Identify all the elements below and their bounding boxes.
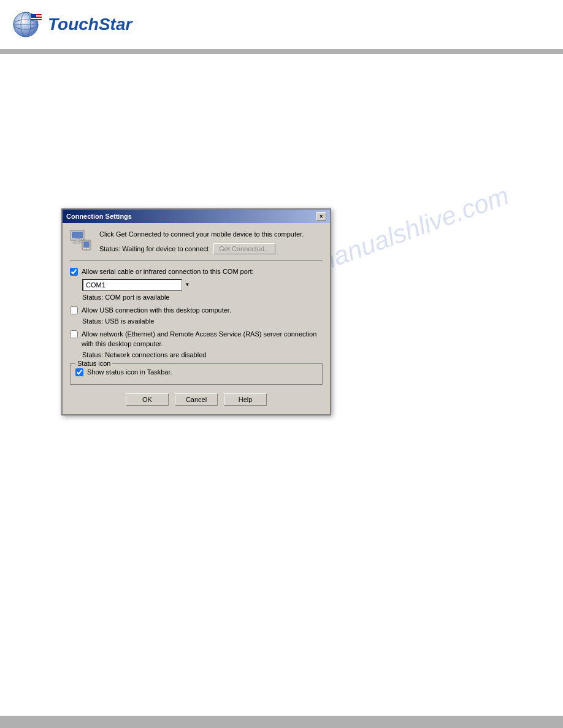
svg-rect-6: [31, 18, 42, 19]
network-checkbox-label: Allow network (Ethernet) and Remote Acce…: [82, 330, 323, 349]
status-waiting-label: Status: Waiting for device to connect: [99, 245, 209, 252]
serial-checkbox-row: Allow serial cable or infrared connectio…: [70, 267, 323, 276]
svg-rect-7: [31, 14, 36, 18]
logo-text: TouchStar: [48, 15, 132, 34]
status-row: Status: Waiting for device to connect Ge…: [99, 243, 304, 254]
svg-rect-11: [73, 242, 82, 243]
dialog-buttons: OK Cancel Help: [70, 390, 323, 408]
svg-rect-9: [72, 232, 83, 238]
taskbar-checkbox[interactable]: [75, 368, 83, 376]
top-section: Click Get Connected to connect your mobi…: [70, 229, 323, 261]
watermark-line1: manualshlive.com: [308, 180, 513, 279]
status-icon-group-box: Status icon Show status icon in Taskbar.: [70, 363, 323, 385]
usb-checkbox-label: Allow USB connection with this desktop c…: [82, 306, 231, 315]
svg-point-14: [86, 249, 87, 250]
connection-settings-dialog: Connection Settings ×: [61, 208, 331, 415]
touchstar-logo-icon: [12, 9, 43, 40]
dialog-title: Connection Settings: [66, 213, 132, 220]
serial-checkbox-label: Allow serial cable or infrared connectio…: [82, 267, 254, 276]
taskbar-checkbox-row: Show status icon in Taskbar.: [75, 368, 317, 377]
top-description-text: Click Get Connected to connect your mobi…: [99, 229, 304, 240]
device-icon: [70, 229, 92, 251]
watermark: manualshlive.com: [308, 180, 513, 279]
com-port-select[interactable]: COM1 COM2 COM3 COM4: [82, 279, 193, 291]
usb-status-text: Status: USB is available: [82, 317, 323, 325]
titlebar-buttons: ×: [316, 212, 326, 221]
serial-checkbox[interactable]: [70, 268, 78, 276]
com-dropdown-row: COM1 COM2 COM3 COM4 ▼: [82, 279, 323, 291]
svg-rect-13: [83, 241, 90, 248]
close-button[interactable]: ×: [316, 212, 326, 221]
svg-rect-10: [75, 240, 80, 242]
dialog-titlebar: Connection Settings ×: [63, 210, 330, 223]
network-checkbox[interactable]: [70, 330, 78, 338]
usb-checkbox[interactable]: [70, 306, 78, 314]
ok-button[interactable]: OK: [126, 393, 169, 406]
dialog-overlay: Connection Settings ×: [61, 208, 331, 415]
cancel-button[interactable]: Cancel: [175, 393, 218, 406]
top-description-area: Click Get Connected to connect your mobi…: [99, 229, 304, 254]
network-status-text: Status: Network connections are disabled: [82, 351, 323, 358]
header: TouchStar: [0, 0, 563, 49]
header-rule: [0, 49, 563, 54]
dialog-body: Click Get Connected to connect your mobi…: [63, 223, 330, 414]
serial-status-text: Status: COM port is available: [82, 294, 323, 301]
taskbar-checkbox-label: Show status icon in Taskbar.: [87, 368, 172, 377]
help-button[interactable]: Help: [224, 393, 267, 406]
logo: TouchStar: [12, 9, 132, 40]
usb-checkbox-row: Allow USB connection with this desktop c…: [70, 306, 323, 315]
network-checkbox-row: Allow network (Ethernet) and Remote Acce…: [70, 330, 323, 349]
com-select-wrapper: COM1 COM2 COM3 COM4 ▼: [82, 279, 193, 291]
get-connected-button[interactable]: Get Connected...: [213, 243, 275, 254]
group-box-title: Status icon: [75, 360, 112, 367]
bottom-bar: [0, 716, 563, 728]
